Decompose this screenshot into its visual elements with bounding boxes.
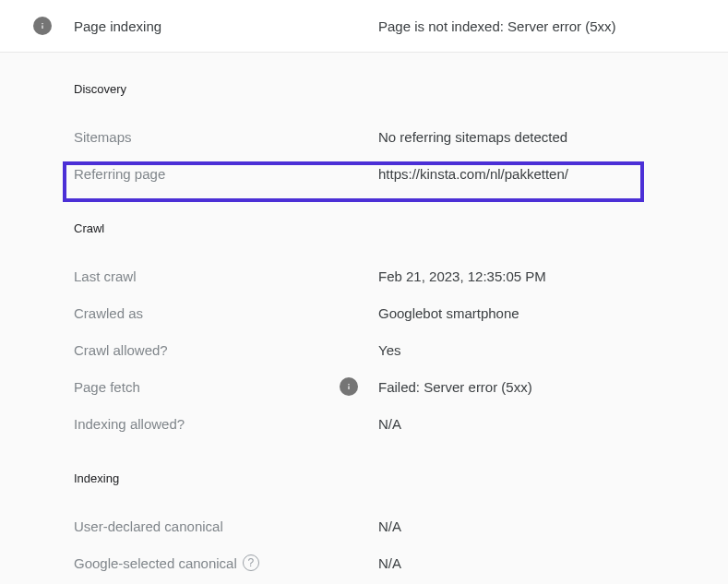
- crawled-as-label: Crawled as: [74, 305, 378, 321]
- info-icon[interactable]: [340, 377, 358, 396]
- page-indexing-status: Page is not indexed: Server error (5xx): [378, 18, 616, 34]
- crawled-as-value: Googlebot smartphone: [378, 305, 519, 321]
- info-icon: [33, 17, 52, 35]
- referring-page-value: https://kinsta.com/nl/pakketten/: [378, 166, 568, 182]
- indexing-allowed-value: N/A: [378, 416, 401, 432]
- crawl-section: Crawl Last crawl Feb 21, 2023, 12:35:05 …: [74, 192, 728, 442]
- indexing-heading: Indexing: [74, 471, 728, 485]
- indexing-allowed-label: Indexing allowed?: [74, 416, 378, 432]
- help-icon[interactable]: ?: [243, 554, 259, 571]
- indexing-allowed-row: Indexing allowed? N/A: [74, 405, 728, 442]
- sitemaps-value: No referring sitemaps detected: [378, 129, 567, 145]
- last-crawl-value: Feb 21, 2023, 12:35:05 PM: [378, 268, 546, 284]
- google-canonical-label: Google-selected canonical ?: [74, 554, 378, 571]
- page-indexing-label: Page indexing: [74, 18, 378, 34]
- crawl-heading: Crawl: [74, 221, 728, 235]
- discovery-section: Discovery Sitemaps No referring sitemaps…: [74, 53, 728, 192]
- crawl-allowed-row: Crawl allowed? Yes: [74, 331, 728, 368]
- page-fetch-row: Page fetch Failed: Server error (5xx): [74, 368, 728, 405]
- last-crawl-label: Last crawl: [74, 268, 378, 284]
- user-canonical-row: User-declared canonical N/A: [74, 507, 728, 544]
- google-canonical-value: N/A: [378, 555, 401, 571]
- referring-page-label: Referring page: [74, 166, 378, 182]
- sitemaps-row: Sitemaps No referring sitemaps detected: [74, 118, 728, 155]
- crawled-as-row: Crawled as Googlebot smartphone: [74, 294, 728, 331]
- indexing-section: Indexing User-declared canonical N/A Goo…: [74, 442, 728, 581]
- referring-page-row: Referring page https://kinsta.com/nl/pak…: [74, 155, 728, 192]
- user-canonical-label: User-declared canonical: [74, 518, 378, 534]
- user-canonical-value: N/A: [378, 518, 401, 534]
- sitemaps-label: Sitemaps: [74, 129, 378, 145]
- discovery-heading: Discovery: [74, 82, 728, 96]
- page-fetch-label: Page fetch: [74, 377, 378, 396]
- last-crawl-row: Last crawl Feb 21, 2023, 12:35:05 PM: [74, 257, 728, 294]
- crawl-allowed-value: Yes: [378, 342, 400, 358]
- page-fetch-label-text: Page fetch: [74, 379, 140, 395]
- google-canonical-row: Google-selected canonical ? N/A: [74, 544, 728, 581]
- page-indexing-header: Page indexing Page is not indexed: Serve…: [0, 0, 728, 53]
- google-canonical-label-text: Google-selected canonical: [74, 555, 237, 571]
- page-fetch-value: Failed: Server error (5xx): [378, 379, 532, 395]
- crawl-allowed-label: Crawl allowed?: [74, 342, 378, 358]
